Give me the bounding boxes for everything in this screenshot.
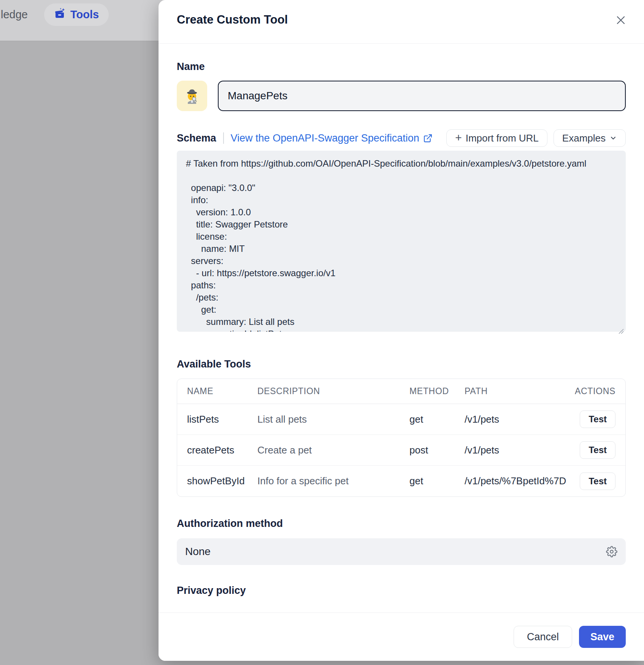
- col-path: PATH: [465, 386, 571, 396]
- openapi-spec-link-label: View the OpenAPI-Swagger Specification: [231, 132, 419, 144]
- toolbox-icon: [54, 8, 65, 22]
- tool-description: Info for a specific pet: [257, 475, 409, 487]
- tool-path: /v1/pets: [465, 414, 571, 425]
- tool-path: /v1/pets/%7BpetId%7D: [465, 475, 571, 487]
- name-label: Name: [177, 61, 626, 73]
- save-button[interactable]: Save: [579, 626, 626, 648]
- examples-dropdown[interactable]: Examples: [554, 129, 626, 147]
- external-link-icon: [423, 134, 433, 143]
- tool-name: showPetById: [187, 475, 257, 487]
- openapi-spec-link[interactable]: View the OpenAPI-Swagger Specification: [231, 132, 433, 144]
- modal-body: Name Schema View t: [159, 61, 644, 597]
- tool-method: get: [409, 475, 465, 487]
- schema-actions: + Import from URL Examples: [446, 129, 626, 147]
- examples-label: Examples: [562, 132, 606, 144]
- modal-footer: Cancel Save: [159, 612, 644, 661]
- name-row: [177, 81, 626, 111]
- authorization-method-value: None: [185, 546, 211, 558]
- test-button[interactable]: Test: [580, 473, 615, 490]
- tool-name: listPets: [187, 414, 257, 425]
- available-tools-heading: Available Tools: [177, 358, 626, 370]
- create-custom-tool-modal: Create Custom Tool Name: [159, 0, 644, 661]
- tab-tools[interactable]: Tools: [44, 3, 109, 26]
- plus-icon: +: [455, 132, 462, 143]
- available-tools-table: NAME DESCRIPTION METHOD PATH ACTIONS lis…: [177, 379, 626, 497]
- cancel-button[interactable]: Cancel: [514, 626, 572, 648]
- tool-name-input[interactable]: [218, 81, 626, 111]
- col-actions: ACTIONS: [571, 386, 615, 396]
- modal-title: Create Custom Tool: [177, 13, 626, 27]
- import-from-url-label: Import from URL: [466, 132, 539, 144]
- tool-method: post: [409, 444, 465, 456]
- tool-name: createPets: [187, 444, 257, 456]
- divider: [223, 132, 224, 144]
- authorization-method-field[interactable]: None: [177, 538, 626, 565]
- tool-method: get: [409, 414, 465, 425]
- col-name: NAME: [187, 386, 257, 396]
- chevron-down-icon: [609, 134, 617, 142]
- gear-icon: [606, 546, 617, 557]
- table-row: showPetById Info for a specific pet get …: [177, 466, 625, 496]
- tab-tools-label: Tools: [70, 8, 99, 21]
- modal-header: Create Custom Tool: [159, 0, 644, 44]
- tool-path: /v1/pets: [465, 444, 571, 456]
- schema-label: Schema: [177, 132, 216, 144]
- tool-emoji-picker[interactable]: [177, 81, 207, 111]
- close-button[interactable]: [614, 14, 627, 27]
- tool-description: Create a pet: [257, 444, 409, 456]
- col-method: METHOD: [409, 386, 465, 396]
- authorization-settings-button[interactable]: [606, 546, 617, 557]
- import-from-url-button[interactable]: + Import from URL: [446, 129, 547, 147]
- tab-knowledge[interactable]: ledge: [1, 8, 28, 21]
- table-header-row: NAME DESCRIPTION METHOD PATH ACTIONS: [177, 379, 625, 404]
- authorization-heading: Authorization method: [177, 518, 626, 530]
- schema-row: Schema View the OpenAPI-Swagger Specific…: [177, 129, 626, 147]
- close-icon: [615, 15, 626, 25]
- table-row: createPets Create a pet post /v1/pets Te…: [177, 435, 625, 466]
- table-row: listPets List all pets get /v1/pets Test: [177, 404, 625, 435]
- col-description: DESCRIPTION: [257, 386, 409, 396]
- test-button[interactable]: Test: [580, 441, 615, 459]
- schema-editor[interactable]: # Taken from https://github.com/OAI/Open…: [177, 151, 626, 332]
- tool-description: List all pets: [257, 414, 409, 425]
- test-button[interactable]: Test: [580, 410, 615, 428]
- resize-handle-icon[interactable]: [617, 328, 624, 334]
- detective-emoji-icon: [183, 87, 201, 105]
- privacy-policy-heading: Privacy policy: [177, 585, 626, 597]
